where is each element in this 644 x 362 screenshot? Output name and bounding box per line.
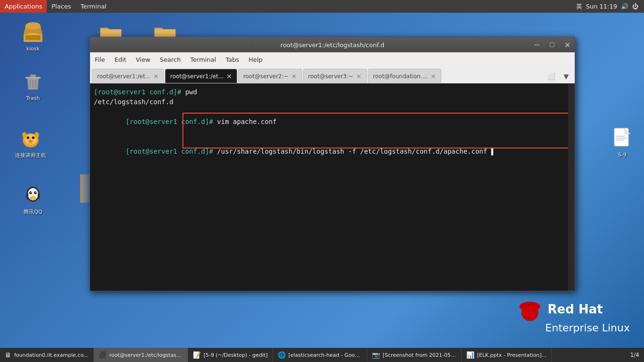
titlebar-buttons: ─ □ ✕ xyxy=(529,37,575,52)
taskbar-label-5: [Screenshot from 2021-05-... xyxy=(383,352,456,358)
screen-btn[interactable]: ⬜ xyxy=(545,70,558,83)
kiosk-icon xyxy=(22,21,44,44)
applications-menu[interactable]: Applications xyxy=(0,0,47,13)
menu-edit[interactable]: Edit xyxy=(110,52,131,66)
taskbar-icon-4: 🌐 xyxy=(278,351,286,359)
top-bar: Applications Places Terminal 英 Sun 11:19… xyxy=(0,0,644,13)
svg-rect-3 xyxy=(25,35,41,40)
svg-rect-4 xyxy=(25,77,41,79)
terminal-title: root@server1:/etc/logstash/conf.d xyxy=(281,41,384,49)
svg-point-14 xyxy=(22,132,26,138)
svg-point-2 xyxy=(25,22,41,30)
terminal-line-4: [root@server1 conf.d]# /usr/share/logsta… xyxy=(94,137,571,166)
desktop: Applications Places Terminal 英 Sun 11:19… xyxy=(0,0,644,362)
tab-4-close[interactable]: ✕ xyxy=(356,73,362,80)
taskbar-icon-1: 🖥 xyxy=(5,351,11,359)
redhat-hat-area: Red Hat xyxy=(517,296,603,322)
taskbar-label-1: foundation0.ilt.example.co... xyxy=(14,352,89,358)
terminal-menu[interactable]: Terminal xyxy=(76,0,111,13)
menu-view[interactable]: View xyxy=(131,52,155,66)
menu-terminal[interactable]: Terminal xyxy=(185,52,221,66)
terminal-tabs: root@server1:/et... ✕ root@server1:/et..… xyxy=(90,66,575,83)
menu-tabs[interactable]: Tabs xyxy=(221,52,244,66)
terminal-window: root@server1:/etc/logstash/conf.d ─ □ ✕ … xyxy=(90,37,575,291)
redhat-text: Red Hat xyxy=(548,302,603,316)
svg-rect-29 xyxy=(616,140,624,140)
taskbar-item-2[interactable]: ⬛ root@server1:/etc/logstash... xyxy=(94,348,188,362)
lang-indicator: 英 xyxy=(576,2,582,11)
desktop-icon-kiosk[interactable]: kiosk xyxy=(14,21,52,52)
taskbar-label-6: [ELK.pptx - Presentation]... xyxy=(477,352,547,358)
desktop-icon-doc[interactable]: 5-9 xyxy=(603,127,641,158)
taskbar-label-3: [5-9 (~/Desktop) - gedit] xyxy=(204,352,268,358)
doc-label: 5-9 xyxy=(618,152,627,158)
svg-rect-27 xyxy=(616,136,625,137)
power-icon[interactable]: ⏻ xyxy=(632,3,638,10)
svg-point-21 xyxy=(35,192,36,193)
taskbar-label-2: root@server1:/etc/logstash... xyxy=(109,352,183,358)
tab-5-label: root@foundation.... xyxy=(373,73,428,80)
clock: Sun 11:19 xyxy=(586,3,617,10)
svg-point-33 xyxy=(520,304,540,310)
svg-point-13 xyxy=(28,140,33,143)
redhat-logo: Red Hat Enterprise Linux xyxy=(517,296,630,334)
menu-file[interactable]: File xyxy=(90,52,110,66)
svg-point-23 xyxy=(31,197,35,199)
tab-1[interactable]: root@server1:/et... ✕ xyxy=(92,69,164,83)
trash-icon xyxy=(22,71,44,93)
taskbar-icon-2: ⬛ xyxy=(99,351,107,359)
tab-5-close[interactable]: ✕ xyxy=(430,73,436,80)
menu-search[interactable]: Search xyxy=(155,52,186,66)
desktop-icon-qq[interactable]: 腾讯QQ xyxy=(14,184,52,215)
terminal-menubar: File Edit View Search Terminal Tabs Help xyxy=(90,52,575,66)
tab-4[interactable]: root@server3:~ ✕ xyxy=(303,69,367,83)
menu-help[interactable]: Help xyxy=(244,52,267,66)
taskbar-label-4: [elasticsearch-head - Google... xyxy=(289,352,362,358)
taskbar-item-5[interactable]: 📷 [Screenshot from 2021-05-... xyxy=(367,348,462,362)
top-bar-right: 英 Sun 11:19 🔊 ⏻ xyxy=(576,2,644,11)
volume-icon[interactable]: 🔊 xyxy=(621,3,628,10)
terminal-line-1: [root@server1 conf.d]# pwd xyxy=(94,87,571,97)
tab-4-label: root@server3:~ xyxy=(308,73,354,80)
tab-1-close[interactable]: ✕ xyxy=(153,73,159,80)
instructor-label: 连接讲师主机 xyxy=(15,152,46,159)
tab-3[interactable]: root@server2:~ ✕ xyxy=(238,69,302,83)
tab-3-close[interactable]: ✕ xyxy=(291,73,297,80)
svg-point-15 xyxy=(34,132,39,138)
svg-point-12 xyxy=(32,136,35,139)
svg-point-18 xyxy=(29,191,32,194)
trash-label: Trash xyxy=(26,95,40,101)
taskbar-item-1[interactable]: 🖥 foundation0.ilt.example.co... xyxy=(0,348,94,362)
terminal-scrollbar[interactable] xyxy=(568,83,575,291)
desktop-icon-instructor[interactable]: 连接讲师主机 xyxy=(12,127,50,159)
kiosk-label: kiosk xyxy=(26,46,40,52)
redhat-subtext: Enterprise Linux xyxy=(545,322,630,334)
tab-2[interactable]: root@server1:/et... ✕ xyxy=(165,69,237,83)
taskbar: 🖥 foundation0.ilt.example.co... ⬛ root@s… xyxy=(0,348,644,362)
svg-rect-28 xyxy=(616,138,627,139)
tab-5[interactable]: root@foundation.... ✕ xyxy=(368,69,441,83)
svg-point-19 xyxy=(34,191,37,194)
tab-extra-buttons: ⬜ ▼ xyxy=(545,70,575,83)
terminal-content[interactable]: [root@server1 conf.d]# pwd /etc/logstash… xyxy=(90,83,575,291)
tab-1-label: root@server1:/et... xyxy=(97,73,150,80)
terminal-titlebar: root@server1:/etc/logstash/conf.d ─ □ ✕ xyxy=(90,37,575,52)
minimize-button[interactable]: ─ xyxy=(529,37,545,52)
close-button[interactable]: ✕ xyxy=(560,37,575,52)
taskbar-item-6[interactable]: 📊 [ELK.pptx - Presentation]... xyxy=(462,348,552,362)
terminal-line-2: /etc/logstash/conf.d xyxy=(94,97,571,107)
taskbar-page: 1/4 xyxy=(630,352,644,358)
tab-2-close[interactable]: ✕ xyxy=(226,73,232,80)
desktop-icon-trash[interactable]: Trash xyxy=(14,71,52,101)
taskbar-icon-5: 📷 xyxy=(372,351,380,359)
terminal-line-3: [root@server1 conf.d]# vim apache.conf xyxy=(94,107,571,137)
places-menu[interactable]: Places xyxy=(47,0,75,13)
taskbar-item-4[interactable]: 🌐 [elasticsearch-head - Google... xyxy=(273,348,367,362)
expand-tabs-btn[interactable]: ▼ xyxy=(560,70,573,83)
svg-point-20 xyxy=(31,192,32,193)
tab-2-label: root@server1:/et... xyxy=(170,73,223,80)
maximize-button[interactable]: □ xyxy=(545,37,560,52)
redhat-fedora-icon xyxy=(517,296,543,322)
taskbar-item-3[interactable]: 📝 [5-9 (~/Desktop) - gedit] xyxy=(188,348,273,362)
instructor-icon xyxy=(19,127,42,150)
